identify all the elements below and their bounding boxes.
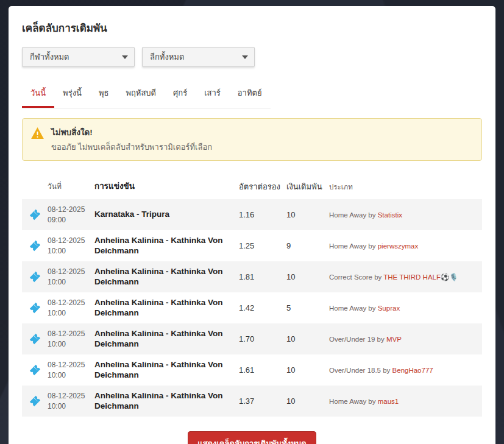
match-name: Anhelina Kalinina - Kathinka Von Deichma…	[94, 360, 239, 381]
odds-value: 1.70	[239, 334, 286, 344]
match-datetime: 08-12-202510:00	[48, 360, 94, 379]
tipster-link[interactable]: Suprax	[378, 305, 400, 312]
stake-value: 9	[286, 241, 329, 250]
odds-value: 1.16	[239, 210, 286, 219]
tip-type: Over/Under 18.5 by BengHao777	[329, 367, 482, 374]
match-name: Anhelina Kalinina - Kathinka Von Deichma…	[94, 298, 239, 319]
sport-filter-dropdown[interactable]: กีฬาทั้งหมด	[22, 47, 135, 67]
ticket-icon	[29, 333, 41, 345]
tab-sunday[interactable]: อาทิตย์	[229, 82, 271, 108]
sport-filter-value: กีฬาทั้งหมด	[30, 51, 69, 63]
chevron-down-icon	[242, 55, 248, 59]
tipster-link[interactable]: Statistix	[378, 211, 402, 219]
tip-type: Correct Score by THE THIRD HALF⚽️🎙️	[329, 273, 482, 281]
match-datetime: 08-12-202509:00	[48, 205, 94, 224]
odds-value: 1.61	[239, 365, 286, 375]
show-all-tips-button[interactable]: แสดงเคล็ดลับการเดิมพันทั้งหมด	[188, 431, 316, 444]
tab-today[interactable]: วันนี้	[22, 82, 54, 108]
match-datetime: 08-12-202510:00	[48, 267, 94, 286]
tip-type: Home Away by maus1	[329, 398, 482, 405]
header-odds: อัตราต่อรอง	[239, 180, 286, 193]
ticket-icon	[29, 364, 41, 376]
ticket-icon	[29, 208, 41, 221]
tipster-link[interactable]: BengHao777	[392, 367, 433, 374]
header-match: การแข่งขัน	[94, 181, 239, 192]
no-results-alert: ไม่พบสิ่งใด! ขออภัย ไม่พบเคล็ดลับสำหรับพ…	[22, 118, 482, 161]
match-datetime: 08-12-202510:00	[48, 329, 94, 348]
ticket-icon	[29, 301, 41, 314]
warning-icon	[31, 127, 44, 139]
ticket-icon	[29, 395, 41, 407]
tips-table: วันที่ การแข่งขัน อัตราต่อรอง เงินเดิมพั…	[22, 177, 482, 417]
match-datetime: 08-12-202510:00	[48, 298, 94, 317]
tip-type: Home Away by Suprax	[329, 305, 482, 312]
stake-value: 5	[286, 303, 329, 312]
odds-value: 1.25	[239, 241, 286, 250]
odds-value: 1.42	[239, 303, 286, 312]
tab-wednesday[interactable]: พุธ	[90, 82, 118, 108]
day-tabs: วันนี้ พรุ่งนี้ พุธ พฤหัสบดี ศุกร์ เสาร์…	[22, 82, 271, 108]
stake-value: 10	[286, 396, 329, 406]
tab-thursday[interactable]: พฤหัสบดี	[117, 82, 165, 108]
tab-saturday[interactable]: เสาร์	[196, 82, 229, 108]
tip-type: Home Away by pierwszymax	[329, 242, 482, 250]
tipster-link[interactable]: pierwszymax	[378, 242, 418, 250]
page-title: เคล็ดลับการเดิมพัน	[22, 19, 482, 36]
table-row[interactable]: 08-12-202510:00 Anhelina Kalinina - Kath…	[22, 230, 482, 261]
stake-value: 10	[286, 365, 329, 375]
header-type: ประเภท	[329, 181, 482, 192]
ticket-icon	[29, 239, 41, 252]
match-datetime: 08-12-202510:00	[48, 236, 94, 255]
league-filter-value: ลีกทั้งหมด	[150, 51, 184, 63]
match-name: Karnataka - Tripura	[94, 210, 239, 220]
table-row[interactable]: 08-12-202510:00 Anhelina Kalinina - Kath…	[22, 261, 482, 292]
stake-value: 10	[286, 210, 329, 219]
alert-title: ไม่พบสิ่งใด!	[51, 125, 212, 139]
match-name: Anhelina Kalinina - Kathinka Von Deichma…	[94, 236, 239, 256]
alert-text: ไม่พบสิ่งใด! ขออภัย ไม่พบเคล็ดลับสำหรับพ…	[51, 125, 212, 153]
tab-friday[interactable]: ศุกร์	[165, 82, 196, 108]
betting-tips-card: เคล็ดลับการเดิมพัน กีฬาทั้งหมด ลีกทั้งหม…	[9, 6, 495, 444]
tipster-link[interactable]: maus1	[378, 398, 399, 405]
footer-actions: แสดงเคล็ดลับการเดิมพันทั้งหมด	[22, 431, 482, 444]
league-filter-dropdown[interactable]: ลีกทั้งหมด	[142, 47, 255, 67]
odds-value: 1.37	[239, 396, 286, 406]
tab-tomorrow[interactable]: พรุ่งนี้	[54, 82, 90, 108]
table-row[interactable]: 08-12-202510:00 Anhelina Kalinina - Kath…	[22, 292, 482, 323]
table-row[interactable]: 08-12-202510:00 Anhelina Kalinina - Kath…	[22, 386, 482, 417]
odds-value: 1.81	[239, 272, 286, 281]
ticket-icon	[29, 270, 41, 283]
table-row[interactable]: 08-12-202510:00 Anhelina Kalinina - Kath…	[22, 354, 482, 386]
alert-message: ขออภัย ไม่พบเคล็ดลับสำหรับพารามิเตอร์ที่…	[51, 141, 212, 153]
table-row[interactable]: 08-12-202510:00 Anhelina Kalinina - Kath…	[22, 323, 482, 354]
match-datetime: 08-12-202510:00	[48, 391, 94, 411]
match-name: Anhelina Kalinina - Kathinka Von Deichma…	[94, 267, 239, 287]
stake-value: 10	[286, 334, 329, 344]
stake-value: 10	[286, 272, 329, 281]
filter-bar: กีฬาทั้งหมด ลีกทั้งหมด	[22, 47, 482, 67]
tip-type: Home Away by Statistix	[329, 211, 482, 219]
match-name: Anhelina Kalinina - Kathinka Von Deichma…	[94, 391, 239, 412]
header-date: วันที่	[48, 181, 94, 191]
header-stake: เงินเดิมพัน	[286, 180, 329, 193]
table-row[interactable]: 08-12-202509:00 Karnataka - Tripura 1.16…	[22, 199, 482, 230]
chevron-down-icon	[122, 55, 128, 59]
match-name: Anhelina Kalinina - Kathinka Von Deichma…	[94, 329, 239, 350]
tip-type: Over/Under 19 by MVP	[329, 336, 482, 343]
tipster-link[interactable]: THE THIRD HALF⚽️🎙️	[383, 273, 458, 281]
table-header: วันที่ การแข่งขัน อัตราต่อรอง เงินเดิมพั…	[22, 177, 482, 199]
tipster-link[interactable]: MVP	[386, 336, 402, 343]
